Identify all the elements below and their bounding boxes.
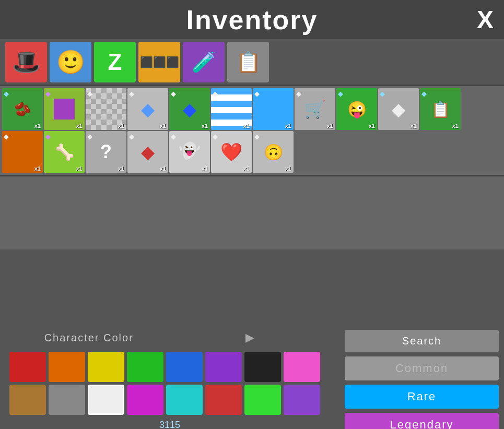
close-button[interactable]: X	[477, 7, 494, 32]
item-purple-sq[interactable]: ◆ x1	[44, 88, 85, 130]
item-face[interactable]: 😜 ◆ x1	[336, 88, 377, 130]
item-checker[interactable]: ◆ x1	[86, 88, 126, 130]
rarity-icon: ◆	[171, 133, 177, 139]
category-hat[interactable]: 🎩	[5, 42, 47, 82]
item-count: x1	[34, 123, 41, 129]
rarity-icon: ◆	[87, 133, 93, 139]
legendary-filter-button[interactable]: Legendary	[345, 413, 499, 429]
common-filter-button[interactable]: Common	[345, 356, 499, 380]
rarity-icon: ◆	[254, 90, 261, 96]
item-list[interactable]: 📋 ◆ x1	[420, 88, 461, 130]
rare-filter-button[interactable]: Rare	[345, 385, 499, 409]
item-count: x1	[202, 165, 208, 172]
rarity-icon: ◆	[254, 133, 261, 139]
inventory-row-1: 🫘 ◆ x1 ◆ x1 ◆ x1 ◆ ◆ x1 ◆ ◆ x1 ◆	[2, 88, 502, 130]
item-count: x1	[160, 123, 166, 129]
swatch-dark-red[interactable]	[205, 385, 242, 415]
item-question[interactable]: ? ◆ x1	[86, 131, 126, 173]
item-hat2[interactable]: 🦴 ◆ x1	[44, 131, 85, 173]
item-gem-red[interactable]: ◆ ◆ x1	[127, 131, 168, 173]
swatch-red[interactable]	[9, 352, 46, 382]
rarity-icon: ◆	[4, 90, 10, 96]
swatch-purple[interactable]	[205, 352, 242, 382]
inventory-area: 🫘 ◆ x1 ◆ x1 ◆ x1 ◆ ◆ x1 ◆ ◆ x1 ◆	[0, 86, 504, 176]
rarity-icon: ◆	[213, 90, 219, 96]
item-diamond-white[interactable]: ◆ ◆ x1	[378, 88, 419, 130]
rarity-icon: ◆	[338, 90, 344, 96]
rarity-icon: ◆	[171, 90, 177, 96]
item-seeds[interactable]: 🫘 ◆ x1	[2, 88, 43, 130]
swatch-magenta[interactable]	[127, 385, 163, 415]
item-count: x1	[118, 123, 124, 129]
item-count: x1	[411, 123, 417, 129]
color-row-2	[4, 385, 335, 415]
swatch-lime[interactable]	[244, 385, 281, 415]
swatch-violet[interactable]	[284, 385, 320, 415]
item-count: x1	[160, 165, 166, 172]
char-color-label: Character Color	[9, 332, 169, 344]
rarity-icon: ◆	[45, 133, 52, 139]
item-count: x1	[76, 165, 83, 172]
item-count: x1	[285, 165, 291, 172]
rarity-icon: ◆	[421, 90, 428, 96]
item-count: x1	[118, 165, 124, 172]
swatch-white[interactable]	[88, 385, 124, 415]
item-heart[interactable]: ❤️ ◆ x1	[211, 131, 252, 173]
category-tool[interactable]: Z	[94, 42, 136, 82]
rarity-icon: ◆	[4, 133, 10, 139]
char-color-panel: Character Color ▶ 3115	[0, 325, 339, 429]
item-smile-dots[interactable]: 🙃 ◆ x1	[253, 131, 294, 173]
item-count: x1	[76, 123, 83, 129]
swatch-pink[interactable]	[284, 352, 320, 382]
rarity-icon: ◆	[380, 90, 386, 96]
item-hstripes[interactable]: ◆ x1	[211, 88, 252, 130]
search-panel: Search Common Rare Legendary	[339, 325, 504, 429]
item-count: x1	[452, 123, 459, 129]
swatch-yellow[interactable]	[88, 352, 124, 382]
item-count: x1	[327, 123, 333, 129]
swatch-black[interactable]	[244, 352, 281, 382]
inventory-row-2: ◆ x1 🦴 ◆ x1 ? ◆ x1 ◆ ◆ x1 👻 ◆ x1 ❤️	[2, 131, 502, 173]
swatch-orange[interactable]	[49, 352, 85, 382]
search-button[interactable]: Search	[345, 330, 499, 352]
char-color-arrow[interactable]: ▶	[171, 331, 331, 344]
rarity-icon: ◆	[213, 133, 219, 139]
category-bar: 🎩 🙂 Z ⬛⬛⬛ 🧪 📋	[0, 39, 504, 86]
rarity-icon: ◆	[45, 90, 52, 96]
header: Inventory X	[0, 0, 504, 39]
char-color-header: Character Color ▶	[4, 329, 335, 347]
page-title: Inventory	[186, 4, 318, 35]
swatch-cyan[interactable]	[166, 385, 203, 415]
swatch-gray[interactable]	[49, 385, 85, 415]
item-diamond-blue[interactable]: ◆ ◆ x1	[169, 88, 210, 130]
bottom-section: Character Color ▶ 3115 Search	[0, 325, 504, 429]
category-misc[interactable]: 📋	[227, 42, 269, 82]
item-diamond-gray[interactable]: ◆ ◆ x1	[127, 88, 168, 130]
category-lab[interactable]: 🧪	[183, 42, 225, 82]
category-face[interactable]: 🙂	[50, 42, 91, 82]
swatch-green[interactable]	[127, 352, 163, 382]
color-row-1	[4, 352, 335, 382]
rarity-icon: ◆	[87, 90, 93, 96]
swatch-brown[interactable]	[9, 385, 46, 415]
bottom-count: 3115	[4, 418, 335, 429]
category-texture[interactable]: ⬛⬛⬛	[138, 42, 180, 82]
item-cart[interactable]: 🛒 ◆ x1	[295, 88, 335, 130]
inventory-empty-space	[0, 176, 504, 249]
item-solid-blue[interactable]: ◆ x1	[253, 88, 294, 130]
item-count: x1	[243, 165, 250, 172]
item-orange-sq[interactable]: ◆ x1	[2, 131, 43, 173]
swatch-blue[interactable]	[166, 352, 203, 382]
rarity-icon: ◆	[129, 133, 135, 139]
item-count: x1	[34, 165, 41, 172]
item-ghost[interactable]: 👻 ◆ x1	[169, 131, 210, 173]
item-count: x1	[369, 123, 375, 129]
rarity-icon: ◆	[296, 90, 302, 96]
item-count: x1	[243, 123, 250, 129]
item-count: x1	[285, 123, 291, 129]
rarity-icon: ◆	[129, 90, 135, 96]
item-count: x1	[202, 123, 208, 129]
